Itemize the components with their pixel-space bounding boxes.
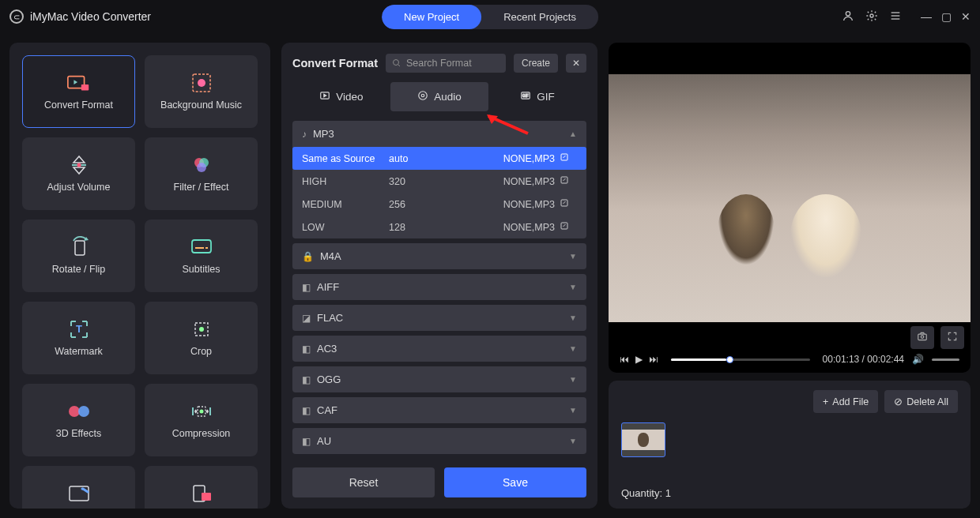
format-group-mp3: ♪MP3▲Same as SourceautoNONE,MP3HIGH320NO… [292, 121, 586, 238]
format-icon: 🔒 [302, 251, 314, 262]
close-panel-button[interactable]: ✕ [566, 54, 586, 73]
preset-quality: MEDIUM [302, 199, 389, 210]
save-button[interactable]: Save [444, 467, 586, 497]
format-tab-audio[interactable]: Audio [390, 82, 488, 111]
volume-slider[interactable] [932, 358, 959, 361]
format-group-header[interactable]: ◪FLAC▼ [292, 305, 586, 331]
chevron-icon: ▼ [569, 344, 577, 353]
tool-tile-adjust-volume[interactable]: Adjust Volume [22, 137, 135, 210]
reset-button[interactable]: Reset [292, 467, 435, 497]
play-button[interactable]: ▶ [635, 354, 643, 365]
svg-point-0 [846, 11, 850, 15]
tool-tile-subtitles[interactable]: Subtitles [145, 220, 258, 292]
volume-icon[interactable]: 🔊 [912, 354, 924, 365]
convert-panel: Convert Format Search Format Create ✕ Vi… [281, 43, 597, 509]
tool-tile-compression[interactable]: Compression [145, 384, 258, 456]
tile-icon [189, 155, 214, 175]
svg-point-9 [198, 79, 205, 87]
preset-bitrate: 320 [389, 176, 468, 187]
add-file-button[interactable]: +Add File [813, 390, 878, 413]
svg-point-23 [69, 406, 80, 417]
svg-point-11 [77, 163, 81, 167]
tab-label: GIF [537, 91, 555, 103]
chevron-icon: ▼ [569, 283, 577, 291]
tile-icon [66, 237, 92, 257]
tool-tile-watermark[interactable]: TWatermark [22, 302, 135, 374]
file-thumbnail[interactable] [621, 422, 665, 457]
tool-tile-screenshot[interactable]: Screenshot [145, 466, 258, 509]
tool-tile-convert-format[interactable]: Convert Format [22, 55, 135, 128]
format-group-header[interactable]: ♪MP3▲ [292, 121, 586, 147]
preset-bitrate: auto [389, 153, 468, 164]
tool-tile-filter-effect[interactable]: Filter / Effect [145, 137, 258, 210]
format-name: FLAC [317, 312, 343, 324]
preset-output: NONE,MP3 [468, 199, 560, 210]
edit-icon[interactable] [560, 221, 577, 233]
format-icon: ◧ [302, 343, 311, 355]
format-group-header[interactable]: ◧AC3▼ [292, 336, 586, 362]
tool-tile-background-music[interactable]: Background Music [145, 55, 258, 128]
new-project-button[interactable]: New Project [382, 5, 481, 29]
fullscreen-icon[interactable] [940, 326, 964, 349]
next-button[interactable]: ⏭ [649, 354, 658, 365]
create-button[interactable]: Create [514, 54, 558, 73]
snapshot-icon[interactable] [910, 326, 934, 349]
format-group-header[interactable]: ◧CAF▼ [292, 397, 586, 423]
search-icon [392, 58, 401, 68]
tile-icon [189, 237, 214, 257]
tile-label: Crop [190, 346, 212, 357]
gear-icon[interactable] [865, 9, 878, 24]
format-name: AIFF [317, 281, 339, 293]
format-group-aiff: ◧AIFF▼ [292, 274, 586, 300]
preset-row[interactable]: LOW128NONE,MP3 [292, 216, 586, 238]
format-name: CAF [317, 404, 337, 416]
tab-label: Video [336, 91, 363, 103]
format-name: AU [317, 435, 331, 447]
svg-point-14 [197, 163, 206, 172]
preset-row[interactable]: MEDIUM256NONE,MP3 [292, 193, 586, 216]
edit-icon[interactable] [560, 175, 577, 187]
edit-icon[interactable] [560, 152, 577, 164]
recent-projects-button[interactable]: Recent Projects [481, 5, 598, 29]
format-tab-video[interactable]: Video [292, 82, 390, 111]
preset-row[interactable]: HIGH320NONE,MP3 [292, 170, 586, 193]
format-group-flac: ◪FLAC▼ [292, 305, 586, 331]
preset-output: NONE,MP3 [468, 222, 560, 233]
preset-row[interactable]: Same as SourceautoNONE,MP3 [292, 147, 586, 170]
tile-label: Watermark [55, 346, 103, 357]
format-group-ogg: ◧OGG▼ [292, 366, 586, 392]
menu-icon[interactable] [889, 9, 902, 24]
tool-tile--d-effects[interactable]: 3D Effects [22, 384, 135, 456]
user-icon[interactable] [842, 9, 854, 24]
tool-tile-id-[interactable]: ID3 [22, 466, 135, 509]
seek-slider[interactable] [671, 358, 810, 361]
format-group-header[interactable]: ◧AIFF▼ [292, 274, 586, 300]
app-logo: ⊂ iMyMac Video Converter [9, 9, 151, 24]
tool-tile-crop[interactable]: Crop [145, 302, 258, 374]
svg-rect-17 [192, 240, 211, 253]
format-group-header[interactable]: 🔒M4A▼ [292, 243, 586, 269]
preset-bitrate: 256 [389, 199, 468, 210]
delete-all-button[interactable]: ⊘Delete All [884, 390, 958, 413]
svg-point-24 [78, 406, 89, 417]
chevron-icon: ▼ [569, 375, 577, 384]
format-group-m4a: 🔒M4A▼ [292, 243, 586, 269]
file-panel: +Add File ⊘Delete All Quantity: 1 [609, 381, 971, 509]
tool-sidebar: Convert FormatBackground MusicAdjust Vol… [9, 43, 270, 509]
minimize-button[interactable]: — [921, 10, 932, 23]
edit-icon[interactable] [560, 198, 577, 210]
format-group-header[interactable]: ◧OGG▼ [292, 366, 586, 392]
tool-tile-rotate-flip[interactable]: Rotate / Flip [22, 220, 135, 292]
maximize-button[interactable]: ▢ [941, 10, 952, 23]
format-tab-gif[interactable]: GIFGIF [488, 82, 586, 111]
tile-icon [189, 483, 214, 504]
app-title: iMyMac Video Converter [30, 10, 151, 23]
prev-button[interactable]: ⏮ [620, 354, 629, 365]
tab-icon [417, 90, 428, 103]
search-format-input[interactable]: Search Format [386, 54, 506, 73]
format-group-header[interactable]: ◧AU▼ [292, 428, 586, 454]
svg-rect-47 [918, 334, 927, 340]
panel-title: Convert Format [292, 57, 378, 69]
close-button[interactable]: ✕ [961, 10, 971, 23]
svg-point-37 [419, 92, 428, 100]
